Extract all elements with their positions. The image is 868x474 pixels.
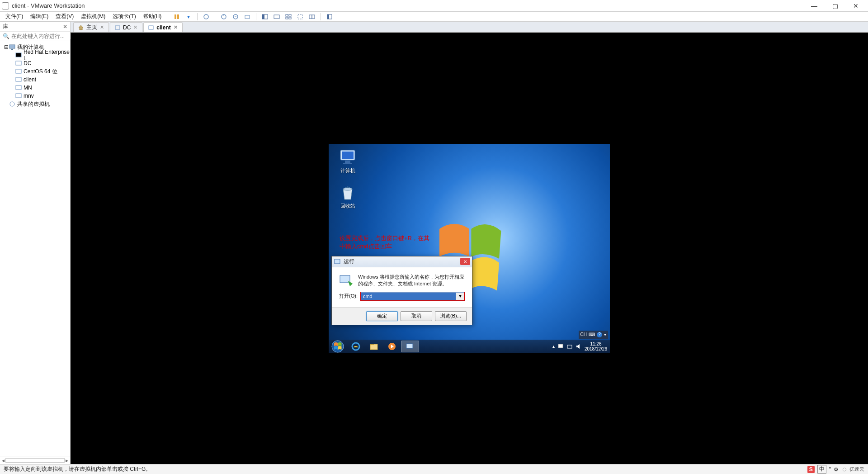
svg-point-2 [204,14,208,19]
sidebar-scrollbar[interactable]: ◂ ▸ [0,456,70,464]
thumbnail-icon[interactable] [284,12,293,21]
svg-rect-7 [262,14,264,19]
tab-close-icon[interactable]: ✕ [174,24,178,30]
statusbar-text: 要将输入定向到该虚拟机，请在虚拟机内部单击或按 Ctrl+G。 [4,465,151,473]
start-button[interactable] [329,340,347,353]
svg-rect-0 [175,14,176,19]
menu-vm[interactable]: 虚拟机(M) [77,12,109,21]
tree-vm-label: client [24,76,36,83]
tree-vm-label: CentOS 64 位 [24,68,57,76]
tray-network-icon[interactable] [566,343,573,350]
tab-label: DC [123,24,131,31]
tree-vm-centos[interactable]: CentOS 64 位 [0,67,70,76]
language-bar[interactable]: CH ⌨ ? ▾ [579,331,608,339]
menu-help[interactable]: 帮助(H) [140,12,165,21]
svg-rect-11 [286,17,288,19]
tree-vm-mnv[interactable]: mnv [0,92,70,100]
tab-close-icon[interactable]: ✕ [133,24,137,30]
tree-shared-vms[interactable]: 共享的虚拟机 [0,100,70,108]
dropdown-icon[interactable]: ▾ [184,12,193,21]
connect-icon[interactable] [202,12,211,21]
desktop-icon-recycle[interactable]: 回收站 [335,184,360,209]
tree-vm-mn[interactable]: MN [0,84,70,92]
run-open-input[interactable] [361,293,456,300]
tree-vm-label: Red Hat Enterprise L [24,49,70,62]
ime-lang[interactable]: 中 [817,465,826,474]
minimize-button[interactable]: — [804,0,825,12]
desktop-icon-computer[interactable]: 计算机 [335,148,360,174]
svg-rect-10 [289,14,291,16]
brand-watermark: 亿速云 [841,466,864,473]
tray-expand-icon[interactable]: ▴ [552,344,555,349]
help-icon[interactable]: ? [597,332,602,337]
unity-icon[interactable] [272,12,281,21]
stretch-icon[interactable] [296,12,305,21]
library-icon[interactable] [325,12,334,21]
taskbar-run-icon[interactable] [401,341,419,352]
tree-shared-label: 共享的虚拟机 [17,100,50,108]
run-dialog-titlebar[interactable]: 运行 ✕ [332,256,472,267]
taskbar-ie-icon[interactable] [347,341,365,352]
titlebar: client - VMware Workstation — ▢ ✕ [0,0,868,12]
search-icon: 🔍 [3,33,9,39]
run-dialog-description: Windows 将根据您所输入的名称，为您打开相应的程序、文件夹、文档或 Int… [358,274,465,288]
run-dropdown-icon[interactable]: ▾ [456,293,464,300]
tab-dc[interactable]: DC ✕ [110,22,142,32]
menu-edit[interactable]: 编辑(E) [27,12,52,21]
pause-icon[interactable] [172,12,181,21]
vm-viewport[interactable]: 计算机 回收站 设置完成后，点击窗口键+R，在其中输入cmd点击回车 运行 ✕ [71,33,868,464]
tree-vm-redhat[interactable]: Red Hat Enterprise L [0,51,70,59]
ime-icon[interactable]: ⌨ [589,332,595,337]
tab-home[interactable]: 主页 ✕ [73,22,109,32]
sidebar-close-icon[interactable]: ✕ [63,24,67,30]
svg-rect-32 [343,163,352,164]
tray-flag-icon[interactable] [557,343,564,350]
guest-desktop[interactable]: 计算机 回收站 设置完成后，点击窗口键+R，在其中输入cmd点击回车 运行 ✕ [329,144,610,353]
tab-label: 主页 [86,24,97,31]
ime-settings-icon[interactable]: ⚙ [834,466,839,473]
run-dialog-title: 运行 [344,258,460,265]
run-browse-button[interactable]: 浏览(B)... [435,311,467,321]
fullscreen-icon[interactable] [260,12,269,21]
vm-icon [15,93,22,99]
snapshot-icon[interactable] [219,12,228,21]
vm-icon [15,52,22,58]
lang-indicator[interactable]: CH [580,332,587,337]
menu-tabs[interactable]: 选项卡(T) [109,12,139,21]
computer-icon [9,44,15,50]
snapshot-revert-icon[interactable] [243,12,252,21]
run-ok-button[interactable]: 确定 [366,311,398,321]
svg-rect-31 [345,161,350,163]
run-dialog: 运行 ✕ Windows 将根据您所输入的名称，为您打开相应的程序、文件夹、文档… [331,256,472,325]
options-icon[interactable]: ▾ [604,332,606,337]
shared-icon [9,101,15,107]
menu-view[interactable]: 查看(V) [52,12,77,21]
ime-badge[interactable]: S [807,466,815,473]
close-button[interactable]: ✕ [845,0,866,12]
taskbar-explorer-icon[interactable] [365,341,383,352]
snapshot-manager-icon[interactable] [231,12,240,21]
tree-vm-client[interactable]: client [0,76,70,84]
svg-rect-14 [309,15,312,19]
statusbar: 要将输入定向到该虚拟机，请在虚拟机内部单击或按 Ctrl+G。 S 中 " ⚙ … [0,464,868,474]
maximize-button[interactable]: ▢ [825,0,845,12]
svg-point-33 [343,188,352,190]
menu-file[interactable]: 文件(F) [2,12,27,21]
svg-rect-24 [16,85,21,90]
svg-rect-9 [286,14,288,16]
svg-rect-19 [11,49,13,50]
tab-close-icon[interactable]: ✕ [100,24,104,30]
tray-volume-icon[interactable] [576,343,582,350]
run-cancel-button[interactable]: 取消 [401,311,432,321]
search-input[interactable] [11,33,79,39]
multi-monitor-icon[interactable] [307,12,316,21]
taskbar-media-icon[interactable] [383,341,401,352]
ime-punct-icon[interactable]: " [829,466,831,473]
tray-clock[interactable]: 11:26 2018/12/26 [585,341,607,351]
svg-rect-13 [298,14,302,19]
tray-time-text: 11:26 [585,341,607,346]
svg-rect-27 [115,26,120,29]
run-close-button[interactable]: ✕ [460,258,470,265]
tab-client[interactable]: client ✕ [143,22,182,32]
menubar: 文件(F) 编辑(E) 查看(V) 虚拟机(M) 选项卡(T) 帮助(H) ▾ [0,12,868,22]
